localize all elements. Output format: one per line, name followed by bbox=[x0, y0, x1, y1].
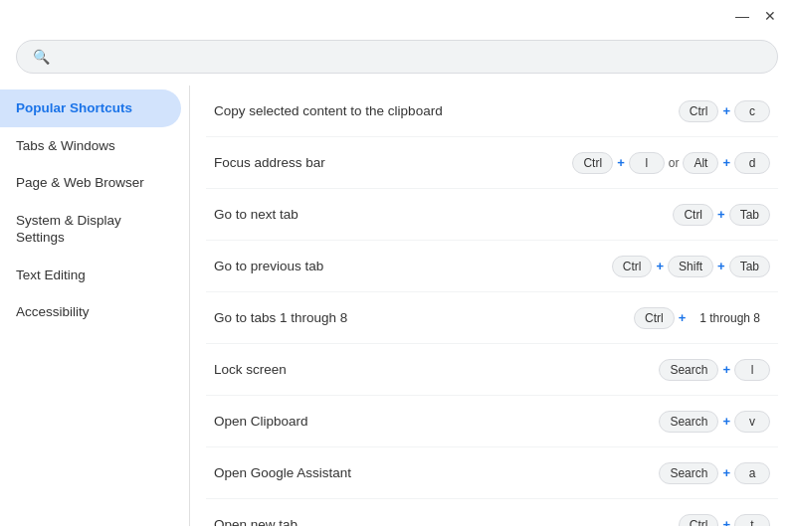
shortcut-row: Go to tabs 1 through 8Ctrl+1 through 8 bbox=[206, 292, 778, 344]
sidebar: Popular ShortcutsTabs & WindowsPage & We… bbox=[0, 86, 189, 526]
key-badge: Tab bbox=[729, 256, 770, 277]
key-plus-icon: + bbox=[717, 259, 725, 273]
key-badge: Search bbox=[659, 359, 718, 381]
key-badge: d bbox=[734, 152, 770, 174]
key-plus-icon: + bbox=[722, 155, 730, 170]
sidebar-item-tabs-windows[interactable]: Tabs & Windows bbox=[0, 127, 181, 165]
shortcut-description: Copy selected content to the clipboard bbox=[214, 103, 679, 118]
key-or-label: or bbox=[669, 156, 680, 170]
shortcut-keys: Search+a bbox=[659, 462, 770, 484]
shortcut-keys: Search+v bbox=[659, 411, 770, 433]
key-badge: l bbox=[734, 359, 770, 381]
minimize-button[interactable]: — bbox=[728, 2, 756, 30]
key-plus-icon: + bbox=[722, 517, 730, 526]
shortcut-keys: Ctrl+Shift+Tab bbox=[612, 256, 770, 277]
sidebar-item-system-display[interactable]: System & Display Settings bbox=[0, 202, 181, 257]
shortcut-row: Lock screenSearch+l bbox=[206, 344, 778, 396]
title-bar: — ✕ bbox=[0, 0, 794, 32]
key-badge: Ctrl bbox=[673, 204, 713, 226]
shortcut-keys: Ctrl+lorAlt+d bbox=[572, 152, 770, 174]
sidebar-item-accessibility[interactable]: Accessibility bbox=[0, 293, 181, 331]
shortcut-row: Focus address barCtrl+lorAlt+d bbox=[206, 137, 778, 189]
shortcut-keys: Ctrl+1 through 8 bbox=[634, 307, 770, 329]
key-plus-icon: + bbox=[717, 207, 725, 222]
key-plus-icon: + bbox=[722, 414, 730, 429]
shortcut-description: Open Clipboard bbox=[214, 414, 659, 429]
key-plus-icon: + bbox=[617, 155, 625, 170]
close-button[interactable]: ✕ bbox=[756, 2, 784, 30]
key-badge: a bbox=[734, 462, 770, 484]
key-badge: Tab bbox=[729, 204, 770, 226]
shortcut-row: Open new tabCtrl+t bbox=[206, 499, 778, 526]
sidebar-item-page-web-browser[interactable]: Page & Web Browser bbox=[0, 164, 181, 202]
shortcut-description: Focus address bar bbox=[214, 155, 572, 170]
shortcut-description: Lock screen bbox=[214, 362, 659, 377]
shortcut-description: Go to tabs 1 through 8 bbox=[214, 310, 634, 325]
key-text: 1 through 8 bbox=[690, 308, 770, 328]
search-box: 🔍 bbox=[16, 40, 778, 74]
key-badge: Alt bbox=[683, 152, 718, 174]
search-input[interactable] bbox=[60, 49, 761, 65]
key-badge: v bbox=[734, 411, 770, 433]
shortcuts-content: Copy selected content to the clipboardCt… bbox=[190, 86, 794, 526]
shortcut-row: Open ClipboardSearch+v bbox=[206, 396, 778, 447]
shortcut-description: Go to next tab bbox=[214, 207, 673, 222]
key-plus-icon: + bbox=[722, 465, 730, 480]
search-container: 🔍 bbox=[0, 32, 794, 86]
shortcut-keys: Ctrl+t bbox=[679, 514, 770, 527]
main-layout: Popular ShortcutsTabs & WindowsPage & We… bbox=[0, 86, 794, 526]
shortcut-row: Open Google AssistantSearch+a bbox=[206, 447, 778, 499]
key-badge: c bbox=[734, 100, 770, 122]
shortcut-row: Go to previous tabCtrl+Shift+Tab bbox=[206, 241, 778, 292]
key-badge: Ctrl bbox=[612, 256, 653, 277]
key-badge: Search bbox=[659, 462, 718, 484]
shortcut-row: Go to next tabCtrl+Tab bbox=[206, 189, 778, 241]
shortcut-keys: Ctrl+Tab bbox=[673, 204, 770, 226]
key-badge: Shift bbox=[668, 256, 713, 277]
key-badge: Ctrl bbox=[679, 100, 719, 122]
key-badge: Search bbox=[659, 411, 718, 433]
key-plus-icon: + bbox=[722, 103, 730, 118]
key-badge: Ctrl bbox=[572, 152, 613, 174]
key-badge: Ctrl bbox=[634, 307, 675, 329]
key-badge: t bbox=[734, 514, 770, 527]
key-plus-icon: + bbox=[679, 310, 687, 325]
key-plus-icon: + bbox=[656, 259, 664, 273]
sidebar-item-text-editing[interactable]: Text Editing bbox=[0, 257, 181, 294]
shortcut-description: Open Google Assistant bbox=[214, 465, 659, 480]
shortcut-row: Copy selected content to the clipboardCt… bbox=[206, 86, 778, 137]
key-plus-icon: + bbox=[722, 362, 730, 377]
shortcut-description: Open new tab bbox=[214, 517, 679, 526]
key-badge: l bbox=[629, 152, 665, 174]
search-icon: 🔍 bbox=[33, 49, 50, 65]
key-badge: Ctrl bbox=[679, 514, 719, 527]
sidebar-item-popular-shortcuts[interactable]: Popular Shortcuts bbox=[0, 89, 181, 127]
shortcut-keys: Ctrl+c bbox=[679, 100, 770, 122]
shortcut-description: Go to previous tab bbox=[214, 259, 612, 273]
shortcut-keys: Search+l bbox=[659, 359, 770, 381]
